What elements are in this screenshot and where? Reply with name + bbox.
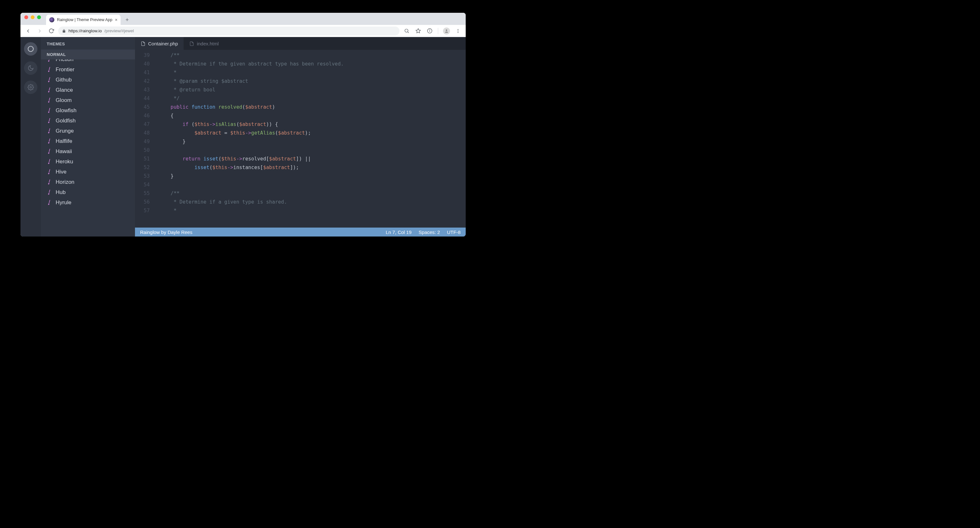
zoom-icon[interactable] [402,27,411,35]
theme-item[interactable]: Hawaii [41,146,135,157]
svg-point-0 [405,29,408,32]
editor-tab[interactable]: Container.php [135,37,184,50]
activity-settings-button[interactable] [24,81,37,94]
svg-point-5 [430,30,430,30]
toolbar-divider [438,28,438,34]
code-line: if ($this->isAlias($abstract)) { [159,120,466,129]
brush-icon [46,59,53,63]
activity-dark-button[interactable] [24,61,37,75]
code-line: return isset($this->resolved[$abstract])… [159,155,466,163]
status-bar: Rainglow by Dayle Rees Ln 7, Col 19 Spac… [135,228,466,236]
theme-item-label: Friction [56,59,73,63]
code-line: } [159,138,466,146]
file-icon [189,41,194,46]
brush-icon [46,127,53,135]
close-tab-icon[interactable]: × [115,17,118,22]
theme-item[interactable]: Friction [41,59,135,65]
brush-icon [46,168,53,176]
editor-tab-label: Container.php [148,41,178,46]
theme-item[interactable]: Goldfish [41,116,135,126]
brush-icon [46,76,53,83]
brush-icon [46,158,53,165]
theme-item[interactable]: Frontier [41,65,135,75]
bookmark-star-icon[interactable] [414,27,423,35]
theme-item[interactable]: Horizon [41,177,135,187]
code-line: * [159,68,466,77]
editor: Container.phpindex.html 3940414243444546… [135,37,466,236]
theme-item-label: Glance [56,87,73,94]
brush-icon [46,138,53,145]
theme-list[interactable]: FrictionFrontierGithubGlanceGloomGlowfis… [41,59,135,236]
theme-item-label: Grunge [56,128,74,134]
themes-sidebar: THEMES NORMAL FrictionFrontierGithubGlan… [41,37,135,236]
status-left[interactable]: Rainglow by Dayle Rees [140,230,192,235]
code-line [159,146,466,155]
sidebar-section-header[interactable]: NORMAL [41,49,135,59]
brush-icon [46,107,53,114]
new-tab-button[interactable]: + [123,15,132,24]
activity-themes-button[interactable] [24,42,37,55]
back-button[interactable] [24,27,33,35]
code-line: } [159,172,466,181]
theme-item-label: Halflife [56,138,72,144]
theme-item[interactable]: Hub [41,187,135,198]
editor-tabs: Container.phpindex.html [135,37,466,50]
editor-tab-label: index.html [197,41,218,46]
svg-point-6 [446,29,447,31]
brush-icon [46,117,53,124]
code-line: public function resolved($abstract) [159,103,466,111]
line-gutter: 39404142434445464748495051525354555657 [135,50,153,228]
theme-item[interactable]: Hive [41,167,135,177]
status-spaces[interactable]: Spaces: 2 [419,230,440,235]
theme-item-label: Glowfish [56,108,76,114]
theme-item[interactable]: Grunge [41,126,135,136]
lock-icon [62,29,66,33]
brush-icon [46,148,53,155]
code-content[interactable]: /** * Determine if the given abstract ty… [153,50,466,228]
brush-icon [46,179,53,186]
address-bar[interactable]: https://rainglow.io/preview/#jewel [58,27,399,35]
url-path: /preview/#jewel [104,29,134,33]
theme-item-label: Gloom [56,97,72,103]
theme-item-label: Goldfish [56,117,75,124]
favicon-icon [49,17,54,22]
theme-item[interactable]: Halflife [41,136,135,146]
minimize-window-button[interactable] [31,15,35,19]
theme-item-label: Hawaii [56,148,72,155]
code-line: * [159,206,466,215]
svg-point-9 [458,32,459,33]
browser-tabstrip: Rainglow | Theme Preview App × + [21,13,466,25]
brush-icon [46,97,53,104]
theme-item[interactable]: Hyrule [41,198,135,208]
theme-item[interactable]: Glowfish [41,105,135,116]
browser-tab-title: Rainglow | Theme Preview App [57,17,112,22]
svg-line-1 [407,32,409,33]
svg-point-11 [30,87,32,88]
reload-button[interactable] [47,27,56,35]
theme-item[interactable]: Gloom [41,95,135,105]
maximize-window-button[interactable] [37,15,41,19]
theme-item[interactable]: Heroku [41,157,135,167]
theme-item[interactable]: Glance [41,85,135,95]
theme-item-label: Horizon [56,179,75,186]
browser-tab[interactable]: Rainglow | Theme Preview App × [46,15,121,25]
menu-button[interactable] [453,27,463,35]
theme-item-label: Frontier [56,67,75,73]
svg-point-8 [458,30,459,31]
profile-avatar[interactable] [442,27,451,35]
svg-point-10 [28,46,33,52]
brush-icon [46,87,53,94]
theme-item[interactable]: Github [41,75,135,85]
close-window-button[interactable] [24,15,28,19]
code-line: */ [159,94,466,103]
activity-bar [21,37,41,236]
editor-tab[interactable]: index.html [184,37,224,50]
code-line: * Determine if the given abstract type h… [159,60,466,68]
status-position[interactable]: Ln 7, Col 19 [386,230,412,235]
status-encoding[interactable]: UTF-8 [447,230,461,235]
info-icon[interactable] [425,27,434,35]
theme-item-label: Heroku [56,159,73,165]
browser-toolbar: https://rainglow.io/preview/#jewel [21,25,466,37]
url-host: https://rainglow.io [68,29,102,33]
forward-button[interactable] [35,27,44,35]
